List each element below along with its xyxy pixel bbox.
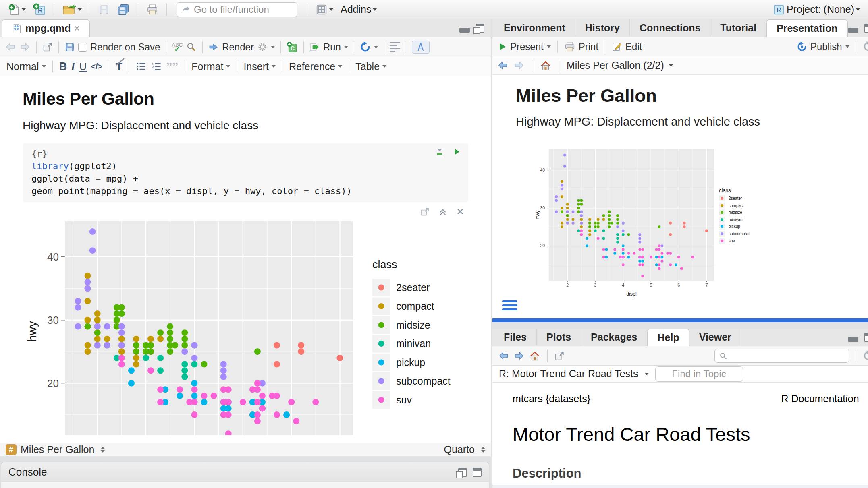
render-settings-gear-icon[interactable] bbox=[257, 42, 268, 52]
topic-selector[interactable]: R: Motor Trend Car Road Tests bbox=[499, 368, 638, 380]
insert-menu[interactable]: Insert bbox=[243, 61, 276, 72]
topic-caret-icon[interactable] bbox=[645, 373, 649, 375]
forward-icon[interactable] bbox=[19, 41, 31, 53]
project-menu[interactable]: R Project: (None) bbox=[771, 2, 862, 17]
collapse-output-icon[interactable] bbox=[438, 207, 447, 216]
blockquote-icon[interactable]: ”” bbox=[166, 62, 178, 70]
edit-presentation-button[interactable]: Edit bbox=[612, 41, 642, 52]
presentation-slide[interactable]: Miles Per Gallon Highway MPG: Displaceme… bbox=[492, 75, 868, 318]
maximize-icon[interactable] bbox=[864, 333, 868, 342]
print-presentation-button[interactable]: Print bbox=[564, 41, 598, 52]
tab-files[interactable]: Files bbox=[494, 329, 537, 346]
home-icon[interactable] bbox=[540, 60, 552, 72]
paragraph-style-select[interactable]: Normal bbox=[6, 61, 46, 72]
bullet-list-icon[interactable] bbox=[135, 61, 147, 72]
find-in-topic-input[interactable]: Find in Topic bbox=[655, 366, 743, 382]
pane-layout-button[interactable] bbox=[314, 2, 335, 17]
minimize-icon[interactable] bbox=[459, 28, 470, 33]
help-search-input[interactable] bbox=[714, 349, 849, 363]
present-button[interactable]: Present bbox=[498, 41, 551, 52]
underline-button[interactable]: U bbox=[79, 60, 87, 73]
rerun-icon[interactable] bbox=[360, 41, 371, 52]
slide-back-icon[interactable] bbox=[497, 60, 509, 71]
addins-menu[interactable]: Addins bbox=[339, 2, 378, 17]
outline-updown-icon[interactable] bbox=[101, 447, 105, 453]
svg-text:suv: suv bbox=[396, 394, 412, 405]
italic-button[interactable]: I bbox=[71, 60, 75, 73]
tab-presentation[interactable]: Presentation bbox=[766, 19, 847, 37]
console-header[interactable]: Console bbox=[1, 462, 489, 482]
tab-packages[interactable]: Packages bbox=[581, 329, 647, 346]
new-file-button[interactable] bbox=[6, 2, 27, 17]
output-popout-icon[interactable] bbox=[420, 207, 430, 217]
format-menu[interactable]: Format bbox=[191, 61, 230, 72]
render-button[interactable]: Render bbox=[208, 41, 254, 53]
goto-file-search[interactable]: Go to file/function bbox=[177, 2, 297, 17]
tab-plots[interactable]: Plots bbox=[537, 329, 581, 346]
bold-button[interactable]: B bbox=[59, 60, 67, 73]
r-code-chunk[interactable]: {r} library(ggplot2)ggplot(data = mpg) +… bbox=[23, 143, 468, 202]
presentation-tabbar: Environment History Connections Tutorial… bbox=[492, 19, 868, 37]
clear-formatting-icon[interactable]: T bbox=[116, 60, 122, 73]
back-icon[interactable] bbox=[5, 41, 16, 53]
save-button[interactable] bbox=[97, 3, 111, 17]
refresh-presentation-icon[interactable] bbox=[863, 41, 868, 52]
close-tab-icon[interactable]: × bbox=[74, 23, 80, 34]
table-menu[interactable]: Table bbox=[355, 61, 386, 72]
slide-progress-bar bbox=[492, 318, 868, 322]
help-forward-icon[interactable] bbox=[513, 350, 525, 362]
print-button[interactable] bbox=[145, 2, 160, 17]
render-on-save-checkbox[interactable] bbox=[78, 43, 87, 52]
tab-connections[interactable]: Connections bbox=[630, 19, 710, 37]
numbered-list-icon[interactable]: 12 bbox=[151, 61, 162, 72]
tab-tutorial[interactable]: Tutorial bbox=[710, 19, 766, 37]
insert-chunk-icon[interactable]: C bbox=[287, 41, 298, 53]
maximize-icon[interactable] bbox=[476, 24, 484, 33]
help-back-icon[interactable] bbox=[498, 350, 509, 362]
minimize-icon[interactable] bbox=[848, 28, 858, 33]
document-canvas[interactable]: Miles Per Gallon Highway MPG: Displaceme… bbox=[0, 76, 491, 443]
tab-help[interactable]: Help bbox=[647, 329, 689, 346]
save-all-button[interactable] bbox=[115, 2, 131, 17]
open-folder-icon bbox=[62, 4, 76, 16]
spellcheck-icon[interactable]: ABC✓ bbox=[172, 43, 183, 52]
tab-viewer[interactable]: Viewer bbox=[689, 329, 741, 346]
popout-icon[interactable] bbox=[42, 42, 53, 52]
console-maximize-icon[interactable] bbox=[473, 468, 482, 477]
find-replace-icon[interactable] bbox=[186, 41, 197, 52]
reference-menu[interactable]: Reference bbox=[289, 61, 342, 72]
open-file-button[interactable] bbox=[61, 2, 83, 17]
divider bbox=[52, 60, 53, 72]
render-settings-caret-icon[interactable] bbox=[271, 46, 275, 48]
doc-type-label[interactable]: Quarto bbox=[444, 444, 475, 455]
help-popout-icon[interactable] bbox=[554, 351, 565, 361]
publish-button[interactable]: Publish bbox=[797, 41, 849, 52]
minimize-icon[interactable] bbox=[848, 337, 858, 342]
save-doc-icon[interactable] bbox=[64, 42, 75, 52]
tab-history[interactable]: History bbox=[575, 19, 630, 37]
doc-type-updown-icon[interactable] bbox=[481, 447, 485, 453]
slide-forward-icon[interactable] bbox=[513, 60, 525, 71]
tab-mpg-qmd[interactable]: mpg.qmd × bbox=[2, 19, 90, 37]
run-button[interactable]: Run bbox=[309, 41, 348, 53]
help-home-icon[interactable] bbox=[529, 350, 541, 362]
divider bbox=[354, 41, 354, 53]
new-project-button[interactable]: R bbox=[31, 2, 48, 17]
slide-location[interactable]: Miles Per Gallon (2/2) bbox=[567, 60, 664, 71]
refresh-help-icon[interactable] bbox=[863, 350, 868, 361]
slide-location-caret-icon[interactable] bbox=[669, 64, 673, 67]
rerun-caret-icon[interactable] bbox=[374, 46, 378, 48]
run-chunks-above-icon[interactable] bbox=[435, 147, 444, 156]
run-chunk-icon[interactable] bbox=[452, 147, 461, 156]
help-document[interactable]: mtcars {datasets} R Documentation Motor … bbox=[492, 383, 868, 485]
visual-editor-toggle[interactable] bbox=[412, 41, 430, 54]
console-restore-icon[interactable] bbox=[458, 468, 467, 477]
slide-menu-icon[interactable] bbox=[502, 300, 517, 310]
outline-toggle-icon[interactable] bbox=[390, 42, 400, 52]
maximize-icon[interactable] bbox=[864, 24, 868, 33]
inline-code-button[interactable]: </> bbox=[91, 62, 102, 71]
render-on-save-toggle[interactable]: Render on Save bbox=[78, 41, 160, 53]
tab-environment[interactable]: Environment bbox=[494, 19, 575, 37]
outline-location[interactable]: Miles Per Gallon bbox=[21, 444, 94, 455]
clear-output-icon[interactable]: ✕ bbox=[456, 206, 464, 217]
